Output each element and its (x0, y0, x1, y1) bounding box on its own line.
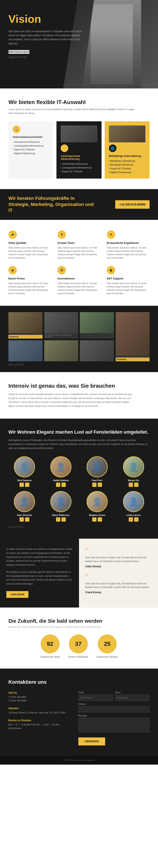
quality-kreativ-team: ♦ Kreativ Team Vitae semper quis lectus … (58, 230, 100, 260)
person-icon-5: 👤 (19, 497, 30, 507)
team-social-8: f t (118, 517, 150, 522)
qualities-grid: ★ Hohe Qualität Vitae semper quis lectus… (8, 230, 150, 295)
facebook-icon-4[interactable]: f (129, 483, 133, 487)
twitter-icon-1[interactable]: t (25, 483, 29, 487)
stat-label-1: Unbegrenzte Ideen (40, 655, 60, 658)
twitter-icon-5[interactable]: t (25, 517, 29, 522)
facebook-icon-2[interactable]: f (56, 483, 60, 487)
quality-support: ◉ 24/7 Support Vitae semper quis lectus … (107, 266, 150, 295)
team-avatar-2: 👤 (50, 456, 71, 477)
quality-beste-preise: ◈ Beste Preise Vitae semper quis lectus … (8, 266, 51, 295)
contact-layout: Call Us T (234) 109-6666 F (234) 109-999… (8, 691, 150, 745)
team-source: Bild von Freepik (8, 526, 150, 528)
quality-title-2: Kreativ Team (58, 241, 100, 245)
message-label: Message (78, 714, 150, 717)
team-social-1: f t (8, 483, 41, 487)
stat-webblocks: 37 Schöne Webblöcke (68, 634, 88, 658)
gallery-item-6 (44, 340, 78, 361)
team-name-8: Linda Larsen (118, 514, 150, 516)
quality-title-4: Beste Preise (8, 277, 51, 280)
facebook-icon-1[interactable]: f (20, 483, 24, 487)
intensiv-heading: Intensiv ist genau das, was Sie brauchen (8, 383, 150, 389)
form-field-email: Email (78, 691, 113, 701)
it-card-list-2: Unternehmens Klimaschutz Leistungsstarke… (61, 162, 97, 174)
quality-icon-6: ◉ (107, 266, 115, 274)
facebook-icon-6[interactable]: f (56, 517, 60, 522)
it-card-icon-1: 🔒 (13, 125, 20, 133)
stat-label-2: Schöne Webblöcke (68, 655, 88, 658)
twitter-icon-7[interactable]: t (98, 517, 102, 522)
form-field-name: Name (115, 691, 150, 701)
contact-call-us: Call Us T (234) 109-6666 F (234) 109-999… (8, 691, 72, 703)
quality-icon-2: ♦ (58, 230, 66, 239)
person-icon-8: 👤 (128, 497, 139, 507)
testimonials-left: um allen unseren Kunden ein sicheres und… (0, 539, 79, 607)
it-card-list-item: Support für IT-Dienste (61, 170, 97, 174)
team-social-6: f t (45, 517, 77, 522)
it-cards-container: 🔒 Unternehmens­sicherheit Unternehmens K… (8, 121, 150, 179)
it-card-title-3: Mehrjährige Unterstützung (109, 155, 145, 157)
facebook-icon-3[interactable]: f (92, 483, 96, 487)
quality-text-1: Vitae semper quis lectus nulla at. Ut mo… (8, 246, 51, 260)
quality-icon-4: ◈ (8, 266, 17, 274)
person-icon-7: 👤 (92, 497, 102, 507)
address-input[interactable] (78, 706, 150, 712)
it-card-list-3: Mehrjährige Unterstützung Mehrjährige Kl… (109, 159, 145, 174)
gallery-img-4 (116, 312, 150, 356)
dark-band: Wir beraten Führungskräfte in Strategie,… (0, 189, 158, 220)
team-name-4: Margo Kls (118, 479, 150, 482)
it-card-list-item: Leistungsstarke Adminstrierung (13, 144, 49, 148)
quote-icon-2: " (85, 573, 152, 581)
gallery-caption-2: Sample text. Click to select the Text El… (44, 333, 78, 339)
team-name-2: Gabbi Hudson (45, 479, 77, 482)
submit-button[interactable]: ABSENDEN (78, 738, 105, 745)
testimonials-left-text-2: Als Ergebnis unserer Aspekte agierten di… (6, 570, 73, 586)
email-label: Email (78, 691, 113, 694)
facebook-icon-5[interactable]: f (20, 517, 24, 522)
quality-hohe-qualitat: ★ Hohe Qualität Vitae semper quis lectus… (8, 230, 51, 260)
name-input[interactable] (115, 694, 150, 701)
stats-grid: 92 Unbegrenzte Ideen 37 Schöne Webblöcke… (8, 634, 150, 658)
hero-section: Vision Duis aute irure dolor in reprehen… (0, 0, 158, 88)
contact-standort-address: 125 Rock Street, 21 Avenue, New York, NY… (8, 711, 72, 715)
quality-text-4: Vitae semper quis lectus nulla at. Ut mo… (8, 282, 51, 295)
quality-icon-3: ✦ (107, 230, 115, 239)
twitter-icon-4[interactable]: t (134, 483, 138, 487)
twitter-icon-6[interactable]: t (62, 517, 66, 522)
dark-band-heading: Wir beraten Führungskräfte in Strategie,… (8, 195, 97, 214)
gallery-img-3 (80, 312, 114, 333)
testimonials-section: um allen unseren Kunden ein sicheres und… (0, 539, 158, 607)
it-card-list-item: Digitale Positionierung (13, 152, 49, 155)
quote-icon-1: " (85, 547, 152, 555)
it-card-list-item: Support für IT-Dienste (109, 167, 145, 170)
contact-heading: Kontaktiere uns (8, 679, 150, 685)
hero-btn[interactable]: WEITERLESEN (8, 50, 30, 54)
it-card-icon-2: ⚡ (61, 145, 68, 152)
quality-title-5: Innovationen (58, 277, 100, 280)
person-icon-2: 👤 (56, 462, 66, 472)
email-input[interactable] (78, 694, 113, 701)
contact-call-title: Call Us (8, 691, 72, 694)
facebook-icon-8[interactable]: f (129, 517, 133, 522)
contact-section: Kontaktiere uns Call Us T (234) 109-6666… (0, 669, 158, 756)
quality-icon-5: ⚙ (58, 266, 66, 274)
eleganz-body: Als Ergebnis unserer Philosophie, das Be… (8, 438, 150, 450)
gallery-section: Marketing Sample text. Click to select t… (0, 306, 158, 372)
twitter-icon-8[interactable]: t (134, 517, 138, 522)
form-field-address: Adresse (78, 703, 150, 712)
testimonial-1: " Duis aute irure dolor in fugiat nulla.… (85, 547, 152, 568)
gallery-img-2 (44, 312, 78, 333)
twitter-icon-2[interactable]: t (62, 483, 66, 487)
twitter-icon-3[interactable]: t (98, 483, 102, 487)
person-icon-1: 👤 (19, 462, 30, 472)
learn-more-btn[interactable]: LERN MEHR (6, 591, 28, 598)
it-card-img-3 (109, 125, 145, 142)
testimonials-left-text-1: um allen unseren Kunden ein sicheres und… (6, 547, 73, 567)
eleganz-heading: Wir Wohnen Eleganz machen Lust auf Fenst… (8, 429, 150, 435)
footer-text: © 2024 Vision. All rights reserved. (63, 759, 95, 762)
team-social-2: f t (45, 483, 77, 487)
it-section: Wir bieten flexible IT-Auswahl Lorem Ips… (0, 88, 158, 189)
facebook-icon-7[interactable]: f (92, 517, 96, 522)
form-field-message: Message (78, 714, 150, 733)
message-textarea[interactable] (78, 718, 150, 733)
